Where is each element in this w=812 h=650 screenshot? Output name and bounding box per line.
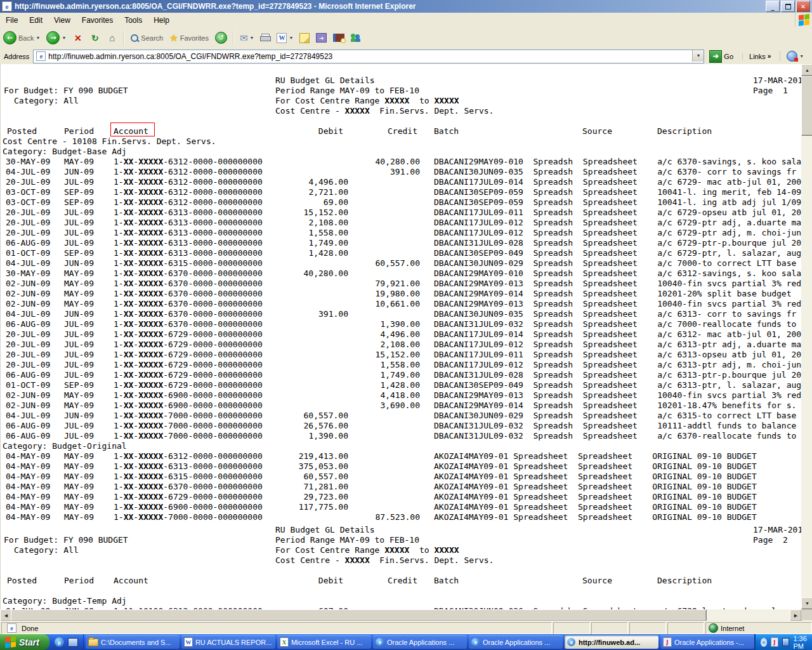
report-title-line: RU Budget GL Details17-MAR-201 — [1, 525, 802, 535]
scroll-up-button[interactable]: ▲ — [801, 64, 812, 76]
show-desktop-icon[interactable] — [68, 638, 78, 647]
table-row: 01-OCT-09SEP-091-XX-XXXXX-6313-0000-0000… — [1, 248, 802, 258]
edit-dropdown-icon[interactable]: ▼ — [289, 36, 293, 40]
research-icon — [333, 34, 344, 42]
task-button-label: http://finuweb.ad... — [579, 639, 640, 646]
favorites-label: Favorites — [180, 34, 209, 42]
table-row: 04-MAY-09MAY-091-XX-XXXXX-6315-0000-0000… — [1, 472, 802, 482]
forward-button[interactable]: → ▼ — [43, 29, 69, 48]
messenger-icon — [351, 34, 361, 43]
scroll-right-button[interactable]: ▶ — [790, 609, 802, 621]
address-input[interactable]: e http://finuweb.admin.ryerson.ca:8005/O… — [33, 50, 704, 63]
address-dropdown-icon[interactable]: ▼ — [692, 50, 704, 62]
vertical-scroll-thumb[interactable] — [801, 76, 812, 136]
table-row: 20-JUL-09JUL-091-XX-XXXXX-6312-0000-0000… — [1, 177, 802, 187]
ie-quicklaunch-icon[interactable]: e — [55, 637, 64, 647]
go-arrow-icon: ➔ — [709, 50, 722, 63]
search-icon — [130, 34, 139, 43]
menu-file[interactable]: File — [0, 14, 23, 27]
task-button-label: Microsoft Excel - RU ... — [291, 639, 362, 646]
menu-help[interactable]: Help — [148, 14, 175, 27]
addressbar-extension-button[interactable]: ▼ — [780, 51, 804, 62]
go-button[interactable]: ➔ Go — [709, 50, 733, 63]
windows-flag-icon — [5, 636, 16, 648]
task-button[interactable]: XMicrosoft Excel - RU ... — [277, 635, 371, 649]
research-button[interactable] — [330, 29, 348, 48]
report-header-line: Category: AllFor Cost Centre Range XXXXX… — [1, 96, 802, 106]
report-header-line: For Budget: FY 090 BUDGETPeriod Range MA… — [1, 535, 802, 545]
mail-icon: ✉ — [240, 32, 248, 44]
column-header-row: PostedPeriodAccountDebitCreditBatchSourc… — [1, 576, 802, 586]
start-button[interactable]: Start — [0, 634, 49, 650]
tray-chevron-icon[interactable]: « — [761, 638, 768, 647]
table-row: 01-OCT-09SEP-091-XX-XXXXX-6729-0000-0000… — [1, 380, 802, 390]
extension-dropdown-icon[interactable]: ▼ — [799, 54, 804, 58]
table-row: 04-JUL-09JUN-091-XX-XXXXX-6312-0000-0000… — [1, 167, 802, 177]
table-row: 04-JUL-09JUN-091-XX-XXXXX-6315-0000-0000… — [1, 258, 802, 269]
home-button[interactable]: ⌂ — [103, 29, 121, 48]
menu-edit[interactable]: Edit — [23, 14, 48, 27]
table-row: 02-JUN-09MAY-091-XX-XXXXX-6370-0000-0000… — [1, 299, 802, 309]
favorites-button[interactable]: ★ Favorites — [166, 29, 212, 48]
ie-icon: e — [471, 638, 480, 646]
system-tray: « J 1:36 PM — [754, 634, 812, 650]
menu-view[interactable]: View — [48, 14, 76, 27]
horizontal-scrollbar[interactable]: ◀ ▶ — [0, 609, 801, 620]
task-button[interactable]: ehttp://finuweb.ad... — [565, 635, 658, 649]
table-row: 04-MAY-09MAY-091-XX-XXXXX-6900-0000-0000… — [1, 502, 802, 512]
history-button[interactable]: ↺ — [212, 29, 230, 48]
back-button[interactable]: ← Back ▼ — [0, 29, 43, 48]
task-button[interactable]: C:\Documents and S... — [86, 635, 180, 649]
stop-button[interactable]: ✕ — [69, 29, 86, 48]
forward-dropdown-icon[interactable]: ▼ — [62, 36, 66, 40]
address-bar: Address e http://finuweb.admin.ryerson.c… — [0, 48, 812, 65]
network-tray-icon[interactable] — [782, 638, 790, 646]
toolbar-separator — [233, 30, 234, 46]
clock: 1:36 PM — [793, 635, 812, 650]
ie-icon: e — [376, 638, 384, 646]
links-button[interactable]: Links » — [742, 53, 771, 60]
print-icon — [260, 34, 270, 42]
report-header-line: Category: AllFor Cost Centre Range XXXXX… — [1, 545, 802, 555]
category-line: Category: Budget-Base Adj — [1, 147, 802, 157]
task-button[interactable]: eOracle Applications ... — [469, 635, 563, 649]
mail-button[interactable]: ✉ ▼ — [237, 29, 258, 48]
task-button[interactable]: eOracle Applications ... — [373, 635, 467, 649]
title-bar: e http://finuweb.admin.ryerson.ca:8005/O… — [0, 0, 812, 13]
refresh-icon: ↻ — [89, 32, 100, 43]
discuss-button[interactable] — [296, 29, 313, 48]
edit-button[interactable]: W ▼ — [273, 29, 296, 48]
table-row: 20-JUL-09JUL-091-XX-XXXXX-6313-0000-0000… — [1, 208, 802, 218]
back-dropdown-icon[interactable]: ▼ — [36, 36, 40, 40]
task-button[interactable]: WRU ACTUALS REPOR... — [181, 635, 275, 649]
status-pane — [667, 622, 704, 634]
restore-icon — [785, 4, 791, 10]
close-button[interactable]: ✕ — [796, 1, 810, 12]
minimize-button[interactable]: _ — [766, 1, 780, 12]
task-button[interactable]: JOracle Applications -... — [660, 635, 754, 649]
address-url: http://finuweb.admin.ryerson.ca:8005/OA_… — [48, 52, 332, 61]
search-button[interactable]: Search — [127, 29, 166, 48]
stop-icon: ✕ — [72, 32, 83, 43]
scroll-down-button[interactable]: ▼ — [801, 597, 812, 609]
restore-button[interactable] — [781, 1, 795, 12]
table-row: 20-JUL-09JUL-091-XX-XXXXX-6729-0000-0000… — [1, 350, 802, 360]
refresh-button[interactable]: ↻ — [86, 29, 103, 48]
java-tray-icon[interactable]: J — [771, 637, 778, 647]
menu-favorites[interactable]: Favorites — [76, 14, 119, 27]
send-button[interactable]: ➔ — [313, 29, 330, 48]
mail-dropdown-icon[interactable]: ▼ — [249, 36, 254, 40]
browser-window: e http://finuweb.admin.ryerson.ca:8005/O… — [0, 0, 812, 650]
internet-zone-icon — [709, 623, 718, 633]
table-row: 04-JUL-09JUN-091-XX-XXXXX-6370-0000-0000… — [1, 309, 802, 319]
horizontal-scroll-thumb[interactable] — [11, 609, 707, 621]
report-title-line: RU Budget GL Details17-MAR-201 — [1, 76, 802, 86]
messenger-button[interactable] — [348, 29, 364, 48]
menu-tools[interactable]: Tools — [119, 14, 148, 27]
category-line: Category: Budget-Temp Adj — [1, 596, 802, 606]
ie-icon: e — [567, 638, 575, 646]
search-label: Search — [141, 34, 163, 42]
favorites-star-icon: ★ — [169, 32, 178, 44]
print-button[interactable] — [257, 29, 273, 48]
vertical-scrollbar[interactable]: ▲ ▼ — [801, 64, 812, 609]
